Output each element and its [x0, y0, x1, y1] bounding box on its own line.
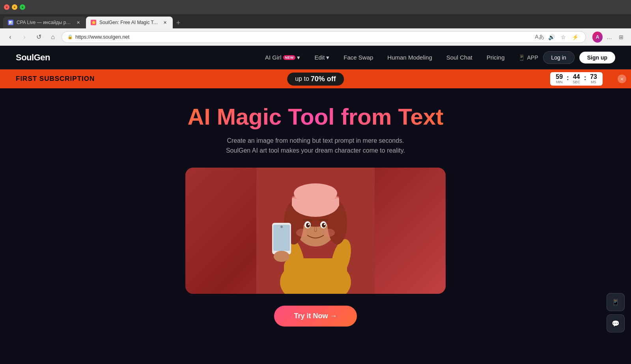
bookmark-icon[interactable]: ☆ — [558, 32, 568, 42]
ai-girl-dropdown-icon: ▾ — [297, 54, 300, 61]
settings-icon[interactable]: … — [604, 32, 614, 42]
translate-icon[interactable]: Aあ — [534, 32, 545, 42]
edit-dropdown-icon: ▾ — [326, 54, 329, 61]
forward-button[interactable]: › — [19, 32, 30, 43]
browser-app-icon[interactable]: ⊞ — [616, 32, 626, 42]
nav-soul-chat-label: Soul Chat — [446, 54, 472, 61]
svg-point-21 — [324, 229, 335, 237]
back-button[interactable]: ‹ — [5, 32, 16, 43]
promo-offer: up to 70% off — [287, 73, 344, 86]
signup-button[interactable]: Sign up — [579, 52, 615, 63]
login-button[interactable]: Log in — [543, 51, 575, 64]
tab-soulgen[interactable]: 🌟 SoulGen: Free AI Magic Tool to C... ✕ — [86, 17, 173, 28]
user-avatar: A — [592, 32, 603, 43]
new-badge: NEW — [283, 55, 296, 60]
app-label: APP — [527, 54, 538, 61]
nav-links: AI Girl NEW ▾ Edit ▾ Face Swap Human Mod… — [259, 52, 510, 63]
countdown-ms-value: 73 — [590, 74, 597, 80]
read-aloud-icon[interactable]: 🔊 — [546, 32, 556, 42]
window-controls[interactable]: ● ● ● — [4, 4, 25, 10]
app-button[interactable]: 📱 APP — [518, 54, 538, 61]
svg-point-13 — [294, 183, 337, 203]
countdown-minutes: 59 Min — [556, 74, 563, 84]
nav-item-face-swap[interactable]: Face Swap — [338, 52, 379, 63]
tab-cpa-favicon: 📊 — [8, 20, 13, 25]
countdown-minutes-label: Min — [556, 80, 563, 84]
tab-soulgen-close[interactable]: ✕ — [162, 19, 168, 26]
nav-item-human-modeling[interactable]: Human Modeling — [382, 52, 437, 63]
tab-cpa-label: CPA Live — инсайды рынка — [17, 20, 72, 25]
collections-icon[interactable]: ⚡ — [570, 32, 580, 42]
countdown-sep-2: : — [584, 75, 586, 82]
countdown-minutes-value: 59 — [556, 74, 563, 80]
nav-right: 📱 APP Log in Sign up — [518, 51, 616, 64]
profile-icon[interactable]: A — [592, 32, 603, 42]
site-nav: SoulGen AI Girl NEW ▾ Edit ▾ Face Swap H… — [0, 46, 631, 69]
promo-banner: FIRST SUBSCRIPTION up to 70% off 59 Min … — [0, 69, 631, 88]
hero-image-bg — [185, 168, 446, 294]
nav-item-pricing[interactable]: Pricing — [481, 52, 510, 63]
promo-offer-amount: 70% off — [311, 75, 336, 83]
hero-illustration — [256, 168, 375, 294]
countdown-ms-label: MS — [591, 80, 596, 84]
tab-cpa-close[interactable]: ✕ — [75, 19, 81, 26]
browser-titlebar: ● ● ● — [0, 0, 631, 14]
tabs-bar: 📊 CPA Live — инсайды рынка ✕ 🌟 SoulGen: … — [0, 14, 631, 28]
svg-point-16 — [306, 223, 310, 228]
promo-offer-prefix: up to — [295, 75, 309, 82]
floating-chat-button[interactable]: 💬 — [607, 314, 625, 332]
svg-point-17 — [322, 223, 326, 228]
countdown-timer: 59 Min : 44 Sec : 73 MS — [550, 72, 603, 86]
svg-point-18 — [308, 224, 310, 225]
address-text: https://www.soulgen.net — [75, 34, 532, 40]
nav-ai-girl-label: AI Girl — [265, 54, 282, 61]
browser-chrome: ● ● ● 📊 CPA Live — инсайды рынка ✕ 🌟 Sou… — [0, 0, 631, 46]
new-tab-button[interactable]: + — [173, 17, 184, 28]
nav-item-soul-chat[interactable]: Soul Chat — [441, 52, 478, 63]
countdown-sep-1: : — [567, 75, 569, 82]
floating-buttons: 📱 💬 — [607, 293, 625, 332]
countdown-seconds: 44 Sec — [573, 74, 580, 84]
hero-image — [185, 168, 446, 294]
site-logo[interactable]: SoulGen — [16, 52, 50, 63]
nav-face-swap-label: Face Swap — [344, 54, 373, 61]
svg-point-26 — [274, 251, 289, 262]
floating-chat-icon: 💬 — [612, 320, 620, 327]
svg-rect-23 — [273, 225, 290, 251]
nav-item-ai-girl[interactable]: AI Girl NEW ▾ — [259, 52, 306, 63]
promo-close-button[interactable]: × — [618, 75, 626, 83]
address-bar: ‹ › ↺ ⌂ 🔒 https://www.soulgen.net Aあ 🔊 ☆… — [0, 28, 631, 46]
try-now-button[interactable]: Try it Now → — [274, 306, 357, 327]
nav-human-modeling-label: Human Modeling — [387, 54, 432, 61]
tab-cpa[interactable]: 📊 CPA Live — инсайды рынка ✕ — [3, 17, 86, 28]
countdown-seconds-label: Sec — [573, 80, 580, 84]
nav-pricing-label: Pricing — [487, 54, 505, 61]
address-input[interactable]: 🔒 https://www.soulgen.net Aあ 🔊 ☆ ⚡ — [62, 31, 586, 43]
reload-button[interactable]: ↺ — [33, 32, 44, 43]
nav-edit-label: Edit — [314, 54, 325, 61]
hero-section: AI Magic Tool from Text Create an image … — [0, 88, 631, 338]
home-button[interactable]: ⌂ — [47, 32, 58, 43]
maximize-window-btn[interactable]: ● — [20, 4, 25, 10]
svg-point-19 — [324, 224, 325, 225]
svg-point-20 — [296, 229, 307, 237]
lock-icon: 🔒 — [67, 34, 73, 39]
promo-text: FIRST SUBSCRIPTION — [16, 75, 95, 83]
hero-subtitle: Create an image from nothing but text pr… — [226, 136, 405, 156]
hero-subtitle-line1: Create an image from nothing but text pr… — [227, 137, 404, 144]
website-content: SoulGen AI Girl NEW ▾ Edit ▾ Face Swap H… — [0, 46, 631, 364]
floating-app-button[interactable]: 📱 — [607, 293, 625, 311]
floating-app-icon: 📱 — [612, 299, 620, 306]
tab-soulgen-favicon: 🌟 — [91, 20, 96, 25]
countdown-seconds-value: 44 — [573, 74, 580, 80]
app-icon: 📱 — [518, 54, 525, 61]
nav-item-edit[interactable]: Edit ▾ — [309, 52, 335, 63]
svg-point-25 — [280, 226, 283, 228]
tab-soulgen-label: SoulGen: Free AI Magic Tool to C... — [99, 20, 159, 25]
hero-title: AI Magic Tool from Text — [188, 104, 444, 129]
minimize-window-btn[interactable]: ● — [12, 4, 17, 10]
close-window-btn[interactable]: ● — [4, 4, 9, 10]
hero-subtitle-line2: SoulGen AI art tool makes your dream cha… — [226, 147, 405, 154]
countdown-ms: 73 MS — [590, 74, 597, 84]
